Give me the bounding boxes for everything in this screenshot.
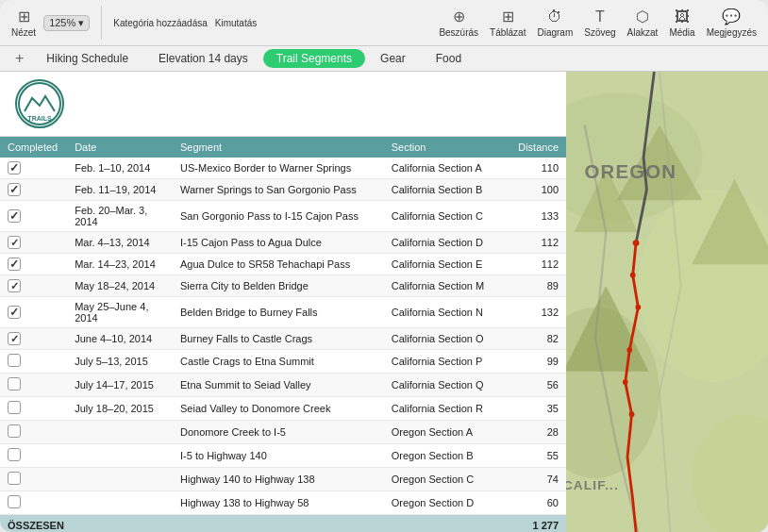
svg-text:CALIF...: CALIF... bbox=[566, 478, 619, 492]
cell-section: California Section R bbox=[384, 397, 509, 421]
cell-completed[interactable]: ✓ bbox=[0, 201, 67, 232]
zoom-chevron: ▾ bbox=[78, 17, 84, 29]
cell-distance: 99 bbox=[509, 350, 566, 374]
cell-section: California Section Q bbox=[384, 374, 509, 397]
cell-distance: 112 bbox=[509, 254, 566, 275]
cell-distance: 132 bbox=[509, 297, 566, 328]
cell-segment: Highway 140 to Highway 138 bbox=[173, 468, 384, 491]
table-row: ✓May 18–24, 2014Sierra City to Belden Br… bbox=[0, 275, 566, 297]
cell-completed[interactable]: ✓ bbox=[0, 254, 67, 275]
cell-segment: Etna Summit to Seiad Valley bbox=[173, 374, 384, 397]
cell-distance: 110 bbox=[509, 158, 566, 179]
cell-completed[interactable]: ✓ bbox=[0, 275, 67, 297]
cell-segment: Belden Bridge to Burney Falls bbox=[173, 297, 384, 328]
table-row: ✓Mar. 4–13, 2014I-15 Cajon Pass to Agua … bbox=[0, 232, 566, 254]
cell-distance: 56 bbox=[509, 374, 566, 397]
footer-label: ÖSSZESEN bbox=[0, 515, 509, 533]
shape-button[interactable]: ⬡ Alakzat bbox=[627, 8, 659, 38]
media-button[interactable]: 🖼 Média bbox=[669, 8, 694, 38]
cell-date: July 5–13, 2015 bbox=[67, 350, 173, 374]
cell-segment: San Gorgonio Pass to I-15 Cajon Pass bbox=[173, 201, 384, 232]
text-button[interactable]: T Szöveg bbox=[584, 8, 615, 38]
cell-date: Feb. 1–10, 2014 bbox=[67, 158, 173, 179]
tab-food[interactable]: Food bbox=[421, 47, 476, 70]
cell-completed[interactable]: ✓ bbox=[0, 297, 67, 328]
table-button[interactable]: ⊞ Táblázat bbox=[490, 8, 526, 38]
table-row: ✓May 25–June 4, 2014Belden Bridge to Bur… bbox=[0, 297, 566, 328]
cell-segment: Donomore Creek to I-5 bbox=[173, 421, 384, 444]
table-row: ✓June 4–10, 2014Burney Falls to Castle C… bbox=[0, 328, 566, 350]
cell-completed[interactable] bbox=[0, 444, 67, 468]
cell-distance: 74 bbox=[509, 468, 566, 491]
cell-date: May 25–June 4, 2014 bbox=[67, 297, 173, 328]
tab-gear[interactable]: Gear bbox=[365, 47, 421, 70]
toolbar: ⊞ Nézet 125% ▾ Kategória hozzáadása Kimu… bbox=[0, 0, 768, 46]
table-row: I-5 to Highway 140Oregon Section B55 bbox=[0, 444, 566, 468]
cell-segment: Burney Falls to Castle Crags bbox=[173, 328, 384, 350]
col-header-section: Section bbox=[384, 137, 509, 158]
cell-section: California Section A bbox=[384, 158, 509, 179]
cell-completed[interactable]: ✓ bbox=[0, 179, 67, 201]
cell-distance: 112 bbox=[509, 232, 566, 254]
cell-section: California Section D bbox=[384, 232, 509, 254]
cell-completed[interactable]: ✓ bbox=[0, 158, 67, 179]
add-tab-button[interactable]: + bbox=[8, 46, 31, 71]
cell-completed[interactable] bbox=[0, 421, 67, 444]
cell-distance: 28 bbox=[509, 421, 566, 444]
map-panel: OREGON CALIF... bbox=[566, 72, 768, 532]
svg-text:OREGON: OREGON bbox=[585, 161, 677, 182]
cell-distance: 60 bbox=[509, 491, 566, 515]
table-row: July 18–20, 2015Seiad Valley to Donomore… bbox=[0, 397, 566, 421]
svg-point-18 bbox=[629, 411, 635, 417]
view-button[interactable]: ⊞ Nézet bbox=[11, 8, 36, 38]
cell-completed[interactable] bbox=[0, 350, 67, 374]
table-row: Highway 138 to Highway 58Oregon Section … bbox=[0, 491, 566, 515]
cell-date bbox=[67, 444, 173, 468]
cell-section: Oregon Section A bbox=[384, 421, 509, 444]
cell-section: California Section B bbox=[384, 179, 509, 201]
svg-point-13 bbox=[633, 240, 640, 246]
zoom-control[interactable]: 125% ▾ bbox=[43, 15, 90, 31]
cell-completed[interactable] bbox=[0, 397, 67, 421]
tabs-bar: + Hiking Schedule Elevation 14 days Trai… bbox=[0, 46, 768, 72]
svg-text:TRAILS: TRAILS bbox=[27, 115, 52, 122]
cell-distance: 35 bbox=[509, 397, 566, 421]
cell-section: California Section O bbox=[384, 328, 509, 350]
cell-completed[interactable] bbox=[0, 491, 67, 515]
cell-date bbox=[67, 468, 173, 491]
cell-segment: Sierra City to Belden Bridge bbox=[173, 275, 384, 297]
category-add-button[interactable]: Kategória hozzáadása bbox=[113, 18, 208, 28]
table-row: ✓Feb. 11–19, 2014Warner Springs to San G… bbox=[0, 179, 566, 201]
cell-segment: Warner Springs to San Gorgonio Pass bbox=[173, 179, 384, 201]
tab-hiking-schedule[interactable]: Hiking Schedule bbox=[31, 47, 143, 70]
data-table: Completed Date Segment Section Distance … bbox=[0, 137, 566, 532]
cell-segment: I-15 Cajon Pass to Agua Dulce bbox=[173, 232, 384, 254]
cell-distance: 82 bbox=[509, 328, 566, 350]
table-row: ✓Feb. 20–Mar. 3, 2014San Gorgonio Pass t… bbox=[0, 201, 566, 232]
cell-completed[interactable]: ✓ bbox=[0, 232, 67, 254]
main-content: TRAILS Completed Date Segment Section Di… bbox=[0, 72, 768, 532]
table-row: Donomore Creek to I-5Oregon Section A28 bbox=[0, 421, 566, 444]
footer-value: 1 277 bbox=[509, 515, 566, 533]
cell-date: May 18–24, 2014 bbox=[67, 275, 173, 297]
col-header-distance: Distance bbox=[509, 137, 566, 158]
cell-date: Feb. 11–19, 2014 bbox=[67, 179, 173, 201]
cell-completed[interactable] bbox=[0, 468, 67, 491]
cell-section: Oregon Section D bbox=[384, 491, 509, 515]
insert-button[interactable]: ⊕ Beszúrás bbox=[439, 8, 478, 38]
table-row: July 5–13, 2015Castle Crags to Etna Summ… bbox=[0, 350, 566, 374]
tab-trail-segments[interactable]: Trail Segments bbox=[263, 49, 365, 68]
cell-date bbox=[67, 491, 173, 515]
chart-button[interactable]: ⏱ Diagram bbox=[537, 8, 573, 38]
cell-section: Oregon Section C bbox=[384, 468, 509, 491]
output-button[interactable]: Kimutatás bbox=[215, 18, 257, 28]
comment-button[interactable]: 💬 Megjegyzés bbox=[707, 8, 757, 38]
cell-completed[interactable] bbox=[0, 374, 67, 397]
cell-distance: 55 bbox=[509, 444, 566, 468]
cell-segment: Highway 138 to Highway 58 bbox=[173, 491, 384, 515]
cell-completed[interactable]: ✓ bbox=[0, 328, 67, 350]
cell-date: June 4–10, 2014 bbox=[67, 328, 173, 350]
tab-elevation[interactable]: Elevation 14 days bbox=[143, 47, 263, 70]
cell-date: July 18–20, 2015 bbox=[67, 397, 173, 421]
cell-segment: Castle Crags to Etna Summit bbox=[173, 350, 384, 374]
